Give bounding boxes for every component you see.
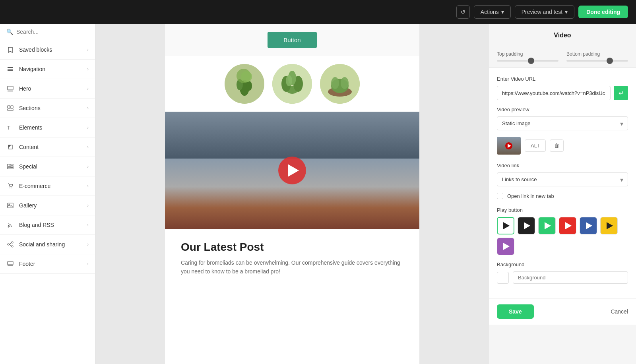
right-panel: Video Top padding Bottom padding <box>489 24 636 364</box>
save-label: Save <box>509 308 522 315</box>
svg-rect-1 <box>8 69 13 70</box>
image-preview-row: ALT 🗑 <box>497 137 628 155</box>
sidebar-label-ecommerce: E-commerce <box>19 183 50 189</box>
svg-rect-26 <box>8 265 13 266</box>
play-button-label: Play button <box>497 207 628 213</box>
sidebar-item-social[interactable]: Social and sharing › <box>0 235 95 254</box>
bottom-padding-control: Bottom padding <box>566 51 628 62</box>
plant-image-3 <box>320 64 360 104</box>
topbar: ↺ Actions ▾ Preview and test ▾ Done edit… <box>0 0 636 24</box>
bookmark-icon <box>6 46 14 54</box>
play-tri-white-icon-blue <box>586 222 592 229</box>
sidebar-item-sections[interactable]: Sections › <box>0 99 95 118</box>
thumb-play-triangle <box>508 144 511 148</box>
play-tri-dark-icon-yellow <box>607 222 613 229</box>
video-preview-select[interactable]: Static imageAnimated GIFNone <box>497 116 628 130</box>
svg-rect-12 <box>11 164 13 165</box>
search-bar[interactable]: 🔍 <box>0 24 95 40</box>
play-button-overlay[interactable] <box>278 157 306 184</box>
sidebar-label-saved-blocks: Saved blocks <box>19 46 52 53</box>
video-thumbnail[interactable] <box>497 137 521 155</box>
sidebar-label-special: Special <box>19 163 37 170</box>
video-link-label: Video link <box>497 163 628 168</box>
cancel-button[interactable]: Cancel <box>611 308 628 315</box>
chevron-icon: › <box>87 203 89 208</box>
play-btn-black[interactable] <box>518 217 535 234</box>
sidebar-item-saved-blocks[interactable]: Saved blocks › <box>0 40 95 60</box>
play-btn-red[interactable] <box>559 217 576 234</box>
svg-marker-10 <box>8 145 11 148</box>
top-padding-slider-track[interactable] <box>497 60 558 62</box>
sidebar-item-special[interactable]: Special › <box>0 157 95 176</box>
social-icon <box>6 240 14 248</box>
enter-icon: ↵ <box>619 89 624 97</box>
history-button[interactable]: ↺ <box>456 5 470 19</box>
canvas-button[interactable]: Button <box>268 32 316 48</box>
url-submit-button[interactable]: ↵ <box>614 86 628 100</box>
bowl-plant-svg <box>320 64 360 104</box>
top-padding-thumb[interactable] <box>528 58 534 64</box>
background-section: Background <box>497 261 628 284</box>
canvas-content: Button <box>165 24 419 364</box>
video-link-select[interactable]: Links to sourceCustom URLNone <box>497 172 628 186</box>
actions-button[interactable]: Actions ▾ <box>474 5 511 19</box>
play-tri-white-icon-purple <box>503 243 510 250</box>
svg-rect-25 <box>8 261 13 265</box>
footer-icon <box>6 260 14 268</box>
sidebar-item-content[interactable]: Content › <box>0 137 95 157</box>
svg-point-20 <box>12 242 13 243</box>
search-input[interactable] <box>16 29 89 35</box>
sidebar-item-gallery[interactable]: Gallery › <box>0 196 95 215</box>
done-editing-button[interactable]: Done editing <box>578 6 628 18</box>
play-tri-white-icon-green <box>545 222 551 229</box>
play-buttons-row <box>497 217 628 255</box>
canvas-area: Button <box>95 24 489 364</box>
sidebar-item-blog-rss[interactable]: Blog and RSS › <box>0 215 95 235</box>
sidebar-item-footer[interactable]: Footer › <box>0 254 95 274</box>
succulent-svg <box>272 64 312 104</box>
preview-and-test-button[interactable]: Preview and test ▾ <box>515 5 575 19</box>
open-new-tab-row: Open link in new tab <box>497 193 628 199</box>
preview-label: Preview and test <box>522 9 563 15</box>
svg-rect-14 <box>8 167 13 169</box>
svg-point-32 <box>241 71 252 82</box>
chevron-icon: › <box>87 242 89 247</box>
background-color-swatch[interactable] <box>497 272 509 284</box>
hero-icon <box>6 85 14 93</box>
sidebar-label-social: Social and sharing <box>19 241 65 248</box>
canvas-button-section: Button <box>165 24 419 56</box>
svg-point-22 <box>8 244 9 245</box>
history-icon: ↺ <box>461 9 465 15</box>
sidebar-item-hero[interactable]: Hero › <box>0 79 95 99</box>
open-new-tab-checkbox[interactable] <box>497 193 503 199</box>
padding-controls: Top padding Bottom padding <box>489 45 636 68</box>
svg-point-38 <box>286 75 292 86</box>
play-btn-yellow[interactable] <box>600 217 618 234</box>
background-value-input[interactable] <box>513 271 628 284</box>
video-url-input[interactable] <box>497 86 611 100</box>
alt-button[interactable]: ALT <box>525 139 546 152</box>
sidebar-item-ecommerce[interactable]: E-commerce › <box>0 176 95 196</box>
plant-image-1 <box>225 64 264 104</box>
svg-point-19 <box>8 227 9 228</box>
video-section[interactable] <box>165 112 419 229</box>
open-new-tab-label: Open link in new tab <box>507 193 554 199</box>
play-btn-blue[interactable] <box>580 217 597 234</box>
bottom-padding-thumb[interactable] <box>607 58 613 64</box>
chevron-icon: › <box>87 261 89 267</box>
save-button[interactable]: Save <box>497 304 534 319</box>
chevron-icon: › <box>87 164 89 169</box>
delete-image-button[interactable]: 🗑 <box>550 139 564 152</box>
sidebar-item-elements[interactable]: T Elements › <box>0 118 95 137</box>
bottom-padding-slider-track[interactable] <box>566 60 628 62</box>
blog-section: Our Latest Post Caring for bromeliads ca… <box>165 229 419 288</box>
sidebar-item-navigation[interactable]: Navigation › <box>0 60 95 79</box>
play-btn-white[interactable] <box>497 217 514 234</box>
play-btn-purple[interactable] <box>497 238 514 255</box>
sections-icon <box>6 104 14 112</box>
url-input-row: ↵ <box>497 86 628 100</box>
play-tri-white-icon-red <box>565 222 572 229</box>
actions-label: Actions <box>481 9 499 15</box>
play-btn-green[interactable] <box>538 217 556 234</box>
thumb-play-icon <box>505 142 512 149</box>
